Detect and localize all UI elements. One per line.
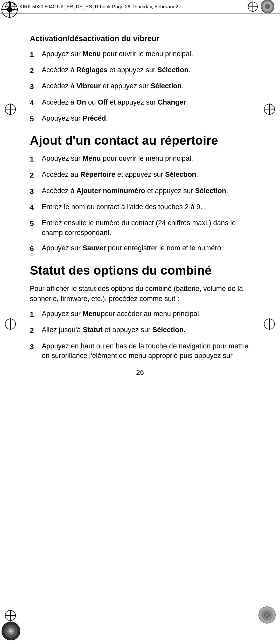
bold-changer: Changer bbox=[158, 98, 186, 106]
list-number: 2 bbox=[30, 170, 42, 180]
section2-title: Ajout d'un contact au répertoire bbox=[30, 133, 250, 148]
bold-on: On bbox=[76, 98, 86, 106]
list-number: 6 bbox=[30, 243, 42, 254]
list-content: Accédez au Répertoire et appuyez sur Sél… bbox=[42, 170, 198, 180]
list-number: 1 bbox=[30, 154, 42, 164]
list-item: 2 Accédez à Réglages et appuyez sur Séle… bbox=[30, 65, 250, 76]
list-number: 2 bbox=[30, 325, 42, 335]
list-content: Accédez à Vibreur et appuyez sur Sélecti… bbox=[42, 81, 184, 92]
bold-repertoire: Répertoire bbox=[80, 171, 115, 178]
list-number: 1 bbox=[30, 49, 42, 60]
section3-list: 1 Appuyez sur Menupour accéder au menu p… bbox=[30, 309, 250, 361]
list-content: Appuyez sur Précéd. bbox=[42, 114, 108, 124]
bold-off: Off bbox=[98, 98, 108, 106]
list-content: Appuyez sur Sauver pour enregistrer le n… bbox=[42, 243, 223, 254]
section3-title: Statut des options du combiné bbox=[30, 263, 250, 277]
page-container: KIRK 5020 5040 UK_FR_DE_ES_IT.book Page … bbox=[0, 0, 280, 644]
right-crosshair-top bbox=[264, 104, 275, 117]
list-content: Accédez à Réglages et appuyez sur Sélect… bbox=[42, 65, 190, 76]
bold-ajouter: Ajouter nom/numéro bbox=[76, 187, 145, 195]
list-number: 3 bbox=[30, 341, 42, 361]
bold-menu: Menu bbox=[83, 310, 101, 318]
list-item: 4 Accédez à On ou Off et appuyez sur Cha… bbox=[30, 98, 250, 108]
list-content: Entrez le nom du contact à l'aide des to… bbox=[42, 202, 202, 213]
section3-intro: Pour afficher le statut des options du c… bbox=[30, 284, 250, 304]
bold-preced: Précéd bbox=[83, 114, 106, 122]
bold-statut: Statut bbox=[83, 326, 103, 334]
bottom-left-deco bbox=[1, 621, 21, 643]
svg-point-38 bbox=[9, 630, 12, 633]
list-number: 4 bbox=[30, 202, 42, 213]
page-number: 26 bbox=[30, 369, 250, 377]
section2-list: 1 Appuyez sur Menu pour ouvrir le menu p… bbox=[30, 154, 250, 254]
bold-selection: Sélection bbox=[195, 187, 226, 195]
list-item: 1 Appuyez sur Menu pour ouvrir le menu p… bbox=[30, 154, 250, 164]
left-crosshair-top bbox=[5, 104, 16, 117]
bold-selection: Sélection bbox=[152, 326, 184, 334]
header-text: KIRK 5020 5040 UK_FR_DE_ES_IT.book Page … bbox=[19, 4, 178, 10]
list-number: 5 bbox=[30, 218, 42, 238]
list-number: 5 bbox=[30, 114, 42, 124]
list-number: 2 bbox=[30, 65, 42, 76]
section1-list: 1 Appuyez sur Menu pour ouvrir le menu p… bbox=[30, 49, 250, 124]
bold-sauver: Sauver bbox=[83, 244, 106, 252]
list-content: Appuyez sur Menupour accéder au menu pri… bbox=[42, 309, 201, 319]
list-content: Allez jusqu'à Statut et appuyez sur Séle… bbox=[42, 325, 185, 335]
list-item: 3 Accédez à Ajouter nom/numéro et appuye… bbox=[30, 186, 250, 196]
svg-point-8 bbox=[265, 4, 270, 9]
list-item: 3 Accédez à Vibreur et appuyez sur Sélec… bbox=[30, 81, 250, 92]
header-crosshair-right bbox=[248, 2, 258, 12]
list-content: Appuyez sur Menu pour ouvrir le menu pri… bbox=[42, 154, 193, 164]
list-item: 1 Appuyez sur Menu pour ouvrir le menu p… bbox=[30, 49, 250, 60]
list-item: 6 Appuyez sur Sauver pour enregistrer le… bbox=[30, 243, 250, 254]
bold-selection: Sélection bbox=[157, 66, 188, 74]
list-content: Appuyez sur Menu pour ouvrir le menu pri… bbox=[42, 49, 193, 60]
list-item: 2 Accédez au Répertoire et appuyez sur S… bbox=[30, 170, 250, 180]
list-item: 5 Appuyez sur Précéd. bbox=[30, 114, 250, 124]
list-content: Appuyez en haut ou en bas de la touche d… bbox=[42, 341, 250, 361]
top-left-deco bbox=[1, 1, 18, 20]
bold-vibreur: Vibreur bbox=[76, 82, 101, 90]
right-crosshair-mid bbox=[264, 318, 275, 332]
list-item: 1 Appuyez sur Menupour accéder au menu p… bbox=[30, 309, 250, 319]
list-number: 3 bbox=[30, 186, 42, 196]
list-item: 5 Entrez ensuite le numéro du contact (2… bbox=[30, 218, 250, 238]
bold-selection: Sélection bbox=[151, 82, 182, 90]
list-item: 2 Allez jusqu'à Statut et appuyez sur Sé… bbox=[30, 325, 250, 335]
header-bar: KIRK 5020 5040 UK_FR_DE_ES_IT.book Page … bbox=[0, 0, 280, 13]
left-crosshair-mid bbox=[5, 318, 16, 332]
bold-reglages: Réglages bbox=[76, 66, 108, 74]
bottom-right-deco bbox=[258, 606, 276, 626]
list-number: 4 bbox=[30, 98, 42, 108]
content-area: Activation/désactivation du vibreur 1 Ap… bbox=[0, 13, 280, 397]
list-item: 4 Entrez le nom du contact à l'aide des … bbox=[30, 202, 250, 213]
list-content: Accédez à On ou Off et appuyez sur Chang… bbox=[42, 98, 188, 108]
list-content: Entrez ensuite le numéro du contact (24 … bbox=[42, 218, 250, 238]
list-number: 3 bbox=[30, 81, 42, 92]
svg-point-34 bbox=[7, 7, 12, 12]
list-content: Accédez à Ajouter nom/numéro et appuyez … bbox=[42, 186, 228, 196]
section1-title: Activation/désactivation du vibreur bbox=[30, 34, 250, 43]
header-deco-circle bbox=[261, 0, 275, 14]
list-item: 3 Appuyez en haut ou en bas de la touche… bbox=[30, 341, 250, 361]
bold-menu: Menu bbox=[83, 155, 101, 162]
list-number: 1 bbox=[30, 309, 42, 319]
bold-selection: Sélection bbox=[165, 171, 196, 178]
bold-menu: Menu bbox=[83, 50, 101, 58]
